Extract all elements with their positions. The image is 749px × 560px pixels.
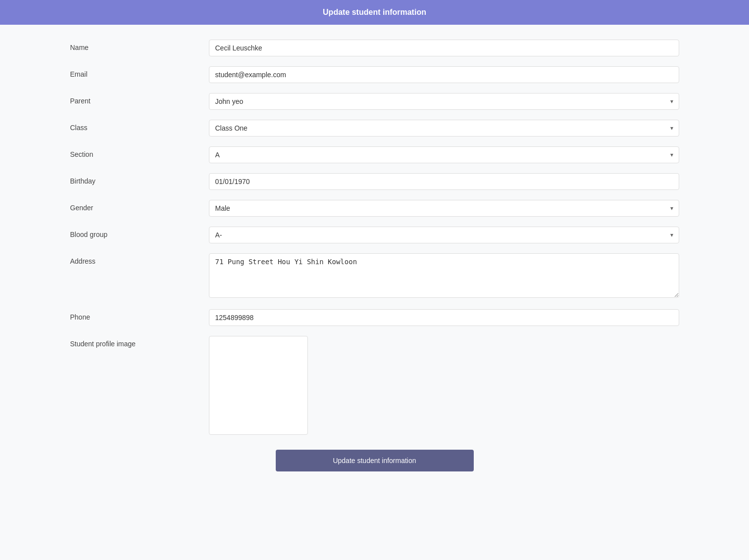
birthday-input-wrapper [209, 173, 679, 190]
profile-image-row: Student profile image [70, 336, 679, 435]
birthday-input[interactable] [209, 173, 679, 190]
phone-input[interactable] [209, 309, 679, 326]
email-row: Email [70, 66, 679, 83]
submit-button-wrapper: Update student information [70, 450, 679, 491]
phone-input-wrapper [209, 309, 679, 326]
section-select-wrapper: A B C D [209, 146, 679, 163]
parent-select[interactable]: John yeo [209, 93, 679, 110]
blood-group-select[interactable]: A+ A- B+ B- AB+ AB- O+ O- [209, 227, 679, 243]
gender-select-wrapper: Male Female Other [209, 200, 679, 217]
birthday-row: Birthday [70, 173, 679, 190]
email-label: Email [70, 66, 209, 78]
gender-row: Gender Male Female Other [70, 200, 679, 217]
gender-select[interactable]: Male Female Other [209, 200, 679, 217]
email-input[interactable] [209, 66, 679, 83]
gender-label: Gender [70, 200, 209, 212]
name-input[interactable] [209, 40, 679, 56]
parent-select-wrapper: John yeo [209, 93, 679, 110]
profile-image-wrapper [209, 336, 679, 435]
phone-row: Phone [70, 309, 679, 326]
blood-group-row: Blood group A+ A- B+ B- AB+ AB- O+ O- [70, 227, 679, 243]
address-label: Address [70, 253, 209, 265]
name-input-wrapper [209, 40, 679, 56]
phone-label: Phone [70, 309, 209, 321]
profile-image-label: Student profile image [70, 336, 209, 348]
blood-group-select-wrapper: A+ A- B+ B- AB+ AB- O+ O- [209, 227, 679, 243]
blood-group-label: Blood group [70, 227, 209, 238]
submit-button[interactable]: Update student information [276, 450, 474, 471]
name-row: Name [70, 40, 679, 56]
profile-image-upload[interactable] [209, 336, 308, 435]
birthday-label: Birthday [70, 173, 209, 185]
class-select-wrapper: Class One Class Two Class Three [209, 120, 679, 137]
class-row: Class Class One Class Two Class Three [70, 120, 679, 137]
parent-label: Parent [70, 93, 209, 105]
parent-row: Parent John yeo [70, 93, 679, 110]
section-row: Section A B C D [70, 146, 679, 163]
email-input-wrapper [209, 66, 679, 83]
class-select[interactable]: Class One Class Two Class Three [209, 120, 679, 137]
address-row: Address 71 Pung Street Hou Yi Shin Kowlo… [70, 253, 679, 299]
section-label: Section [70, 146, 209, 158]
header-title: Update student information [323, 8, 426, 16]
name-label: Name [70, 40, 209, 51]
section-select[interactable]: A B C D [209, 146, 679, 163]
address-textarea-wrapper: 71 Pung Street Hou Yi Shin Kowloon [209, 253, 679, 299]
class-label: Class [70, 120, 209, 132]
page-header: Update student information [0, 0, 749, 25]
address-textarea[interactable]: 71 Pung Street Hou Yi Shin Kowloon [209, 253, 679, 298]
